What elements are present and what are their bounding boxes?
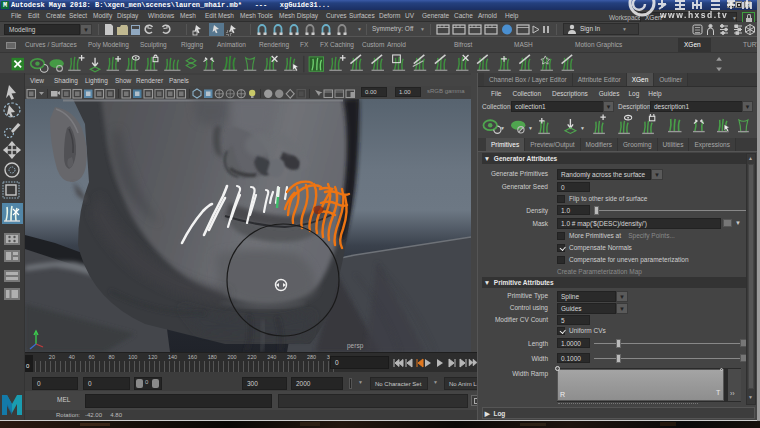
svg-text:▼: ▼ [500,125,505,131]
svg-text:▼: ▼ [580,125,585,131]
svg-text:▼: ▼ [528,125,533,131]
svg-text:persp: persp [347,342,364,350]
svg-text:www.hxsd.tv: www.hxsd.tv [659,10,728,20]
